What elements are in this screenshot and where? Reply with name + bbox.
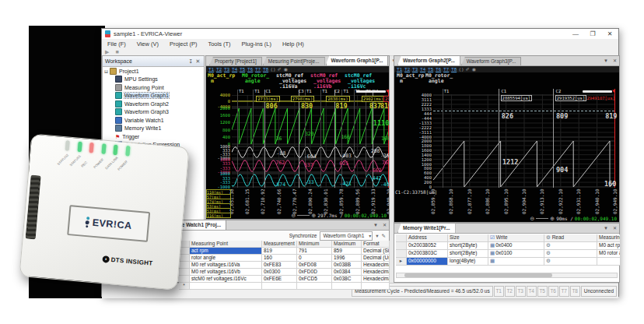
maximize-button[interactable]: ❐ bbox=[584, 29, 601, 39]
cursor-button-t1[interactable]: T1 bbox=[208, 66, 214, 72]
tab-list-icon[interactable]: ▼ bbox=[601, 56, 611, 65]
table-cell[interactable]: 0xFE83 bbox=[262, 262, 297, 269]
size-cell[interactable]: short(2Byte) bbox=[448, 250, 488, 258]
table-cell[interactable]: rotor angle bbox=[190, 255, 262, 262]
cursor-button-t7[interactable]: T7 bbox=[443, 66, 449, 72]
read-cell[interactable]: ⚙ bbox=[544, 250, 597, 258]
table-cell[interactable]: M0 ref voltages.i16Va bbox=[190, 262, 262, 269]
tree-item-variable-watch1[interactable]: Variable Watch1 bbox=[103, 116, 204, 125]
cursor-line[interactable] bbox=[499, 89, 499, 188]
zoom-out-icon[interactable]: ⊖ bbox=[530, 216, 534, 221]
cursor-button-t2[interactable]: T2 bbox=[216, 66, 222, 72]
current-position-cursor[interactable] bbox=[614, 89, 615, 188]
measuring-point-cell[interactable]: M0 rotor angle bbox=[597, 250, 621, 258]
table-cell[interactable]: 0xFE6E bbox=[262, 276, 297, 283]
plot-overview-bar[interactable] bbox=[356, 90, 386, 93]
zoom-in-icon[interactable]: ⊕ bbox=[311, 213, 316, 218]
column-header-size[interactable]: Size bbox=[448, 234, 488, 242]
tab-close-icon[interactable]: ✕ bbox=[611, 56, 619, 65]
size-cell[interactable]: short(2Byte) bbox=[448, 242, 488, 250]
cursor-button-t6[interactable]: T6 bbox=[436, 66, 441, 72]
column-header-measurement[interactable]: Measurement bbox=[262, 241, 297, 248]
cursor-line[interactable] bbox=[299, 90, 299, 188]
waveform-graph1-canvas[interactable]: M0_act_rpmM0_rotor_anglestcM0_ref_voltag… bbox=[206, 72, 389, 219]
tab-waveform-graph1-p[interactable]: Waveform Graph1[P... bbox=[326, 55, 389, 65]
table-cell[interactable]: 0x038C bbox=[332, 276, 362, 283]
cursor-line[interactable] bbox=[366, 90, 366, 188]
tab-waveform-graph2-p[interactable]: Waveform Graph2[P... bbox=[397, 55, 460, 65]
table-cell[interactable]: Decimal (Signed) bbox=[362, 248, 390, 255]
waveform-graph2-canvas[interactable]: M0_act_rpmM0_rotor_angleT1C1C2▼2885594[u… bbox=[394, 72, 619, 222]
menu-item-help-h[interactable]: Help (H) bbox=[277, 40, 310, 48]
cursor-button-t4[interactable]: T4 bbox=[420, 66, 425, 72]
wave-toolbar-icon-0[interactable]: ✐ bbox=[466, 66, 470, 72]
paren-buttons[interactable]: ( ) bbox=[271, 66, 275, 72]
table-cell[interactable]: stcM0 ref voltages.i16Vc bbox=[190, 276, 262, 283]
column-header-measuring-point[interactable]: Measuring Point bbox=[597, 234, 621, 242]
tree-item-waveform-graph1[interactable]: Waveform Graph1 bbox=[103, 92, 204, 100]
table-cell[interactable]: Hexadecimal bbox=[362, 269, 390, 276]
cursor-button-t6[interactable]: T6 bbox=[247, 66, 253, 72]
expander-icon[interactable]: ⊟ bbox=[104, 69, 108, 74]
table-cell[interactable]: 0x038B bbox=[332, 262, 362, 269]
cursor-button-t3[interactable]: T3 bbox=[224, 66, 229, 72]
table-cell[interactable]: 0x0384 bbox=[332, 269, 362, 276]
size-cell[interactable]: long(4Byte) bbox=[448, 258, 488, 266]
measuring-point-cell[interactable]: M0 act rpm bbox=[597, 242, 621, 250]
pin-icon[interactable]: ↧ bbox=[187, 58, 194, 65]
write-value-icon[interactable]: ▦ bbox=[490, 258, 495, 263]
column-header-minimum[interactable]: Minimum bbox=[297, 241, 332, 248]
column-header-measuring-point[interactable]: Measuring Point bbox=[190, 241, 262, 248]
cursor-line[interactable] bbox=[443, 89, 443, 188]
tab-memory-write1-pr[interactable]: Memory Write1[Pr... bbox=[397, 223, 456, 233]
cursor-line[interactable] bbox=[320, 90, 321, 188]
write-checkbox-icon[interactable]: ☑ bbox=[490, 234, 496, 240]
cursor-line[interactable] bbox=[553, 89, 554, 188]
table-cell[interactable] bbox=[362, 283, 390, 290]
sync-target-select[interactable]: Waveform Graph1 bbox=[320, 231, 373, 241]
table-cell[interactable]: Hexadecimal bbox=[362, 262, 390, 269]
table-cell[interactable] bbox=[297, 283, 332, 290]
measuring-point-cell[interactable] bbox=[597, 258, 621, 266]
tab-property-project1[interactable]: Property [Project1] bbox=[209, 57, 262, 65]
menu-item-project-p[interactable]: Project (P) bbox=[164, 40, 202, 48]
cursor-line[interactable] bbox=[354, 90, 355, 188]
plot-overview-bar[interactable] bbox=[583, 90, 612, 93]
address-cell[interactable]: 0x00000000 bbox=[407, 258, 448, 266]
wave-toolbar-icon-1[interactable]: ◉ bbox=[472, 66, 476, 72]
cursor-button-t8[interactable]: T8 bbox=[451, 66, 457, 72]
cursor-button-t7[interactable]: T7 bbox=[255, 66, 261, 72]
scrollbar-thumb[interactable] bbox=[404, 273, 552, 277]
column-header-read[interactable]: ⚙ Read bbox=[544, 234, 597, 242]
zoom-slider[interactable] bbox=[297, 215, 310, 216]
cursor-button-t8[interactable]: T8 bbox=[263, 66, 268, 72]
column-header-maximum[interactable]: Maximum bbox=[332, 241, 362, 248]
table-cell[interactable]: 1996 bbox=[332, 255, 362, 262]
tab-close-icon[interactable]: ✕ bbox=[380, 220, 389, 230]
table-cell[interactable]: 0xFD0D bbox=[297, 269, 332, 276]
write-value-icon[interactable]: ▦ bbox=[490, 242, 495, 248]
read-cell[interactable]: ⚙ bbox=[544, 242, 597, 250]
table-cell[interactable]: 791 bbox=[297, 248, 332, 255]
cursor-position-marker[interactable]: ▼ bbox=[611, 89, 616, 93]
cursor-button-t3[interactable]: T3 bbox=[412, 66, 418, 72]
column-header-write[interactable]: ☑ Write bbox=[488, 234, 544, 242]
zoom-out-icon[interactable]: ⊖ bbox=[292, 213, 296, 218]
menu-item-file-f[interactable]: File (F) bbox=[102, 40, 131, 48]
tree-item-waveform-graph2[interactable]: Waveform Graph2 bbox=[103, 100, 204, 108]
tab-list-icon[interactable]: ▼ bbox=[601, 224, 611, 233]
cursor-button-t5[interactable]: T5 bbox=[240, 66, 245, 72]
paren-buttons[interactable]: ( ) bbox=[459, 66, 464, 72]
cursor-button-t1[interactable]: T1 bbox=[397, 66, 402, 72]
column-header-address[interactable]: Address bbox=[407, 234, 448, 242]
table-cell[interactable]: act rpm bbox=[190, 248, 262, 255]
table-cell[interactable]: 0 bbox=[297, 255, 332, 262]
column-header-format[interactable]: Format bbox=[362, 241, 390, 248]
tree-item-waveform-graph3[interactable]: Waveform Graph3 bbox=[103, 108, 204, 117]
menu-item-view-v[interactable]: View (V) bbox=[131, 40, 164, 48]
table-cell[interactable]: M0 ref voltages.i16Vb bbox=[190, 269, 262, 276]
cursor-button-t4[interactable]: T4 bbox=[232, 66, 237, 72]
cursor-button-t5[interactable]: T5 bbox=[428, 66, 433, 72]
cursor-button-t2[interactable]: T2 bbox=[404, 66, 410, 72]
table-cell[interactable] bbox=[332, 283, 362, 290]
